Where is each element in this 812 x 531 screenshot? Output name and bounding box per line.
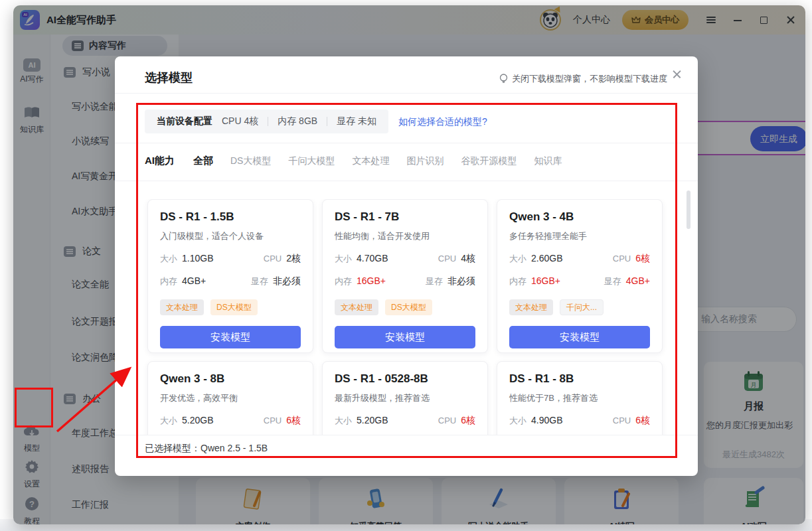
- divider: [115, 93, 698, 94]
- device-cpu: CPU 4核: [222, 115, 258, 127]
- model-tag: 千问大...: [560, 299, 604, 315]
- spec-value: 16GB+: [357, 275, 386, 286]
- model-desc: 性能均衡，适合开发使用: [335, 230, 475, 242]
- spec-label: 显存: [604, 275, 621, 287]
- modal-tip-text: 关闭下载模型弹窗，不影响模型下载进度: [512, 73, 667, 85]
- spec-value: 6核: [286, 415, 301, 427]
- spec-value: 2核: [286, 253, 301, 265]
- spec-label: 内存: [335, 275, 352, 287]
- spec-value: 4核: [461, 253, 475, 265]
- model-name: DS - R1 - 0528-8B: [335, 372, 475, 386]
- app-window: AI AI全能写作助手 个人中心: [13, 5, 805, 524]
- install-model-button[interactable]: 安装模型: [160, 326, 301, 348]
- tab-text-processing[interactable]: 文本处理: [352, 155, 389, 167]
- model-name: DS - R1 - 1.5B: [160, 210, 301, 224]
- spec-label: 大小: [160, 253, 177, 265]
- model-name: Qwen 3 - 4B: [509, 210, 650, 224]
- model-cards-grid: DS - R1 - 1.5B 入门级模型，适合个人设备 大小1.10GB CPU…: [115, 199, 698, 435]
- spec-value: 1.10GB: [182, 253, 213, 264]
- model-card: DS - R1 - 0528-8B 最新升级模型，推荐首选 大小5.20GB C…: [322, 361, 488, 435]
- model-desc: 入门级模型，适合个人设备: [160, 230, 301, 242]
- spec-label: CPU: [438, 416, 456, 425]
- model-tag: DS大模型: [210, 299, 258, 315]
- tab-knowledge-base[interactable]: 知识库: [534, 155, 562, 167]
- spec-value: 16GB+: [531, 275, 560, 286]
- install-model-button[interactable]: 安装模型: [335, 326, 475, 348]
- spec-label: 大小: [509, 253, 527, 265]
- model-tag: 文本处理: [160, 299, 204, 315]
- spec-value: 4GB+: [182, 275, 206, 286]
- spec-value: 5.20GB: [182, 415, 213, 425]
- tab-google-open-models[interactable]: 谷歌开源模型: [461, 155, 517, 167]
- tab-all[interactable]: 全部: [193, 155, 213, 167]
- model-desc: 开发优选，高效平衡: [160, 392, 301, 404]
- modal-title: 选择模型: [145, 70, 193, 86]
- spec-value: 6核: [635, 253, 650, 265]
- selected-model-text: 已选择模型：Qwen 2.5 - 1.5B: [145, 443, 268, 455]
- spec-value: 4GB+: [626, 275, 650, 286]
- model-name: DS - R1 - 7B: [335, 210, 475, 224]
- spec-label: 内存: [509, 275, 527, 287]
- spec-value: 非必须: [273, 275, 301, 287]
- select-model-modal: 选择模型 关闭下载模型弹窗，不影响模型下载进度 当前设备配置 CPU 4核 内存…: [115, 56, 698, 476]
- model-name: DS - R1 - 8B: [509, 372, 650, 386]
- spec-value: 4.70GB: [357, 253, 388, 264]
- model-card: Qwen 3 - 4B 多任务轻推理全能手 大小2.60GB CPU6核 内存1…: [497, 199, 663, 353]
- install-model-button[interactable]: 安装模型: [509, 326, 650, 348]
- device-ram: 内存 8GB: [278, 115, 317, 127]
- spec-label: 大小: [509, 415, 527, 427]
- spec-label: CPU: [613, 254, 631, 264]
- model-card: DS - R1 - 1.5B 入门级模型，适合个人设备 大小1.10GB CPU…: [147, 199, 313, 353]
- device-config-label: 当前设备配置: [157, 115, 212, 127]
- model-desc: 性能优于7B，推荐首选: [509, 392, 650, 404]
- bulb-icon: [499, 74, 508, 84]
- modal-scrollbar[interactable]: [687, 190, 690, 229]
- model-card: DS - R1 - 8B 性能优于7B，推荐首选 大小4.90GB CPU6核: [497, 361, 663, 435]
- spec-label: 大小: [335, 253, 352, 265]
- spec-label: 显存: [426, 275, 443, 287]
- model-card: Qwen 3 - 8B 开发优选，高效平衡 大小5.20GB CPU6核: [147, 361, 313, 435]
- tab-qwen-models[interactable]: 千问大模型: [288, 155, 335, 167]
- model-tag: 文本处理: [335, 299, 378, 315]
- spec-label: CPU: [264, 416, 282, 425]
- model-tag: DS大模型: [385, 299, 432, 315]
- tab-image-recognition[interactable]: 图片识别: [406, 155, 444, 167]
- spec-label: CPU: [613, 416, 631, 425]
- page: AI AI全能写作助手 个人中心: [0, 0, 812, 531]
- modal-tip: 关闭下载模型弹窗，不影响模型下载进度: [499, 73, 667, 85]
- spec-value: 非必须: [447, 275, 475, 287]
- divider: [115, 181, 698, 181]
- model-name: Qwen 3 - 8B: [160, 372, 301, 386]
- spec-value: 6核: [635, 415, 650, 427]
- tab-ds-models[interactable]: DS大模型: [230, 155, 271, 167]
- model-desc: 最新升级模型，推荐首选: [335, 392, 475, 404]
- model-card: DS - R1 - 7B 性能均衡，适合开发使用 大小4.70GB CPU4核 …: [322, 199, 488, 353]
- capability-tabs: AI能力 全部 DS大模型 千问大模型 文本处理 图片识别 谷歌开源模型 知识库: [145, 155, 562, 167]
- spec-label: 大小: [335, 415, 352, 427]
- spec-value: 2.60GB: [531, 253, 562, 264]
- spec-value: 5.20GB: [357, 415, 388, 425]
- spec-label: 大小: [160, 415, 177, 427]
- modal-close-icon[interactable]: [671, 68, 683, 80]
- capability-label: AI能力: [145, 155, 175, 167]
- model-desc: 多任务轻推理全能手: [509, 230, 650, 242]
- spec-label: CPU: [438, 254, 456, 264]
- spec-value: 4.90GB: [531, 415, 562, 425]
- spec-label: 内存: [160, 275, 177, 287]
- device-config-bar: 当前设备配置 CPU 4核 内存 8GB 显存 未知: [145, 110, 388, 133]
- divider: [115, 435, 698, 435]
- spec-value: 6核: [461, 415, 475, 427]
- model-help-link[interactable]: 如何选择合适的模型?: [398, 116, 487, 128]
- divider: [115, 143, 698, 143]
- model-tag: 文本处理: [509, 299, 553, 315]
- spec-label: CPU: [264, 254, 282, 264]
- device-gpu: 显存 未知: [337, 115, 376, 127]
- spec-label: 显存: [251, 275, 268, 287]
